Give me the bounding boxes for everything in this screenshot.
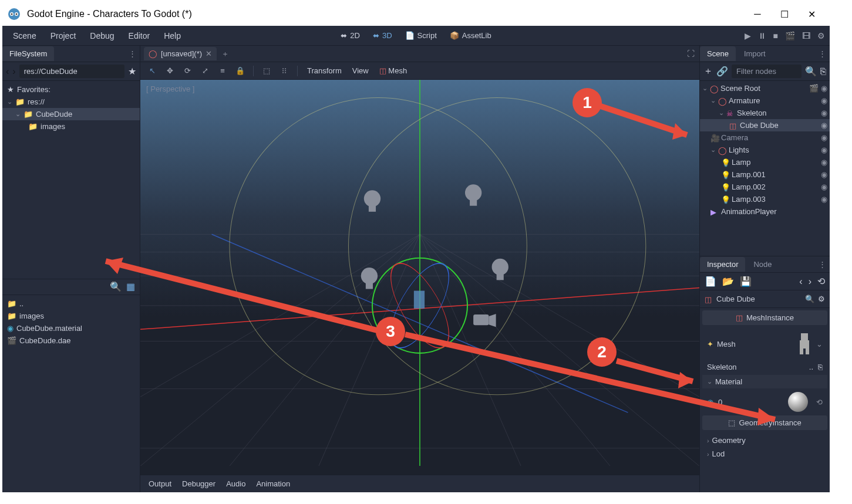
geometry-category[interactable]: ›Geometry: [702, 434, 827, 447]
visibility-icon[interactable]: ◉: [821, 182, 827, 191]
favorites-row[interactable]: ★Favorites:: [2, 83, 140, 96]
scene-dock-tab[interactable]: Scene: [700, 46, 736, 61]
visibility-icon[interactable]: ◉: [821, 121, 827, 130]
path-field[interactable]: res://CubeDude: [19, 65, 124, 78]
extra-icon[interactable]: ⎘: [820, 66, 826, 77]
play-custom-button[interactable]: 🎞: [802, 31, 810, 40]
mode-script[interactable]: 📄Script: [400, 28, 442, 43]
scene-node-lamp1[interactable]: 💡Lamp.001◉: [700, 168, 830, 181]
visibility-icon[interactable]: ◉: [821, 109, 827, 117]
maximize-button[interactable]: ☐: [771, 5, 798, 23]
close-tab-icon[interactable]: ✕: [206, 49, 212, 58]
mode-2d[interactable]: ⬌2D: [335, 28, 365, 43]
menu-scene[interactable]: Scene: [6, 28, 43, 44]
add-tab-icon[interactable]: ＋: [217, 49, 234, 59]
save-resource-icon[interactable]: 💾: [740, 276, 752, 287]
select-tool-icon[interactable]: ↖: [145, 64, 159, 78]
menu-editor[interactable]: Editor: [122, 28, 157, 44]
close-button[interactable]: ✕: [798, 5, 825, 23]
svg-line-44: [599, 106, 687, 135]
minimize-button[interactable]: ─: [744, 5, 771, 23]
dropdown-icon[interactable]: ⌄: [816, 340, 823, 349]
scene-node-camera[interactable]: 🎥Camera◉: [700, 131, 830, 144]
visibility-icon[interactable]: ◉: [821, 170, 827, 179]
search-icon[interactable]: 🔍: [805, 295, 814, 303]
tree-root[interactable]: ⌄📁res://: [2, 96, 140, 108]
menu-debug[interactable]: Debug: [83, 28, 121, 44]
settings-icon[interactable]: ⚙: [817, 31, 825, 40]
view-menu[interactable]: View: [349, 66, 372, 75]
play-button[interactable]: ▶: [745, 31, 751, 40]
add-node-icon[interactable]: ＋: [703, 65, 713, 77]
new-resource-icon[interactable]: 📄: [705, 276, 716, 287]
visibility-icon[interactable]: ◉: [821, 133, 827, 142]
menu-bar: Scene Project Debug Editor Help ⬌2D ⬌3D …: [2, 26, 830, 46]
reset-icon[interactable]: ⟲: [816, 398, 823, 407]
search-icon[interactable]: 🔍: [805, 66, 817, 77]
history-fwd-icon[interactable]: ›: [809, 276, 811, 287]
scene-node-skeleton[interactable]: ⌄☠Skeleton◉: [700, 107, 830, 119]
lod-category[interactable]: ›Lod: [702, 447, 827, 461]
nav-fwd-icon[interactable]: ›: [12, 66, 15, 77]
scene-icon[interactable]: 🎬: [809, 84, 819, 93]
visibility-icon[interactable]: ◉: [821, 158, 827, 167]
inspector-tab[interactable]: Inspector: [700, 257, 745, 272]
mode-3d[interactable]: ⬌3D: [368, 28, 398, 43]
svg-point-29: [364, 190, 380, 207]
menu-project[interactable]: Project: [43, 28, 83, 44]
scene-tab-unsaved[interactable]: ◯ [unsaved](*) ✕: [144, 47, 217, 60]
move-tool-icon[interactable]: ✥: [163, 64, 177, 78]
scene-node-armature[interactable]: ⌄◯Armature◉: [700, 94, 830, 107]
tree-folder-cubedude[interactable]: ⌄📁CubeDude: [2, 108, 140, 120]
assign-icon[interactable]: ⎘: [818, 363, 823, 371]
rotate-tool-icon[interactable]: ⟳: [180, 64, 194, 78]
list-tool-icon[interactable]: ≡: [215, 64, 230, 78]
scene-node-lights[interactable]: ⌄◯Lights◉: [700, 144, 830, 156]
folder-icon: 📁: [28, 122, 38, 131]
tools-icon[interactable]: ⚙: [818, 295, 825, 303]
scene-node-animplayer[interactable]: ▶AnimationPlayer: [700, 205, 830, 218]
history-icon[interactable]: ⟲: [817, 276, 825, 287]
import-dock-tab[interactable]: Import: [737, 46, 773, 61]
scene-node-lamp3[interactable]: 💡Lamp.003◉: [700, 193, 830, 205]
link-icon[interactable]: 🔗: [716, 66, 728, 77]
nav-back-icon[interactable]: ‹: [6, 66, 9, 77]
debugger-tab[interactable]: Debugger: [182, 479, 215, 488]
cube-tool-icon[interactable]: ⬚: [260, 64, 274, 78]
visibility-icon[interactable]: ◉: [821, 96, 827, 105]
visibility-icon[interactable]: ◉: [821, 84, 827, 93]
stop-button[interactable]: ■: [773, 31, 778, 40]
mode-assetlib[interactable]: 📦AssetLib: [444, 28, 497, 43]
filesystem-tab[interactable]: FileSystem: [2, 46, 54, 61]
transform-menu[interactable]: Transform: [304, 66, 345, 75]
dock-menu-icon[interactable]: ⋮: [129, 49, 136, 58]
svg-rect-42: [800, 349, 803, 354]
mesh-menu[interactable]: ◫ Mesh: [376, 66, 410, 75]
inspector-class-header[interactable]: ◫MeshInstance: [702, 310, 827, 325]
node-tab[interactable]: Node: [746, 257, 779, 272]
mesh-preview-icon[interactable]: [796, 332, 813, 356]
play-scene-button[interactable]: 🎬: [785, 31, 795, 40]
menu-help[interactable]: Help: [157, 28, 188, 44]
snap-tool-icon[interactable]: ⁝⁝: [277, 64, 291, 78]
dock-menu-icon[interactable]: ⋮: [819, 260, 826, 269]
scene-node-lamp2[interactable]: 💡Lamp.002◉: [700, 181, 830, 193]
history-back-icon[interactable]: ‹: [799, 276, 802, 287]
favorite-icon[interactable]: ★: [128, 66, 136, 77]
distraction-free-icon[interactable]: ⛶: [687, 49, 695, 58]
lock-tool-icon[interactable]: 🔒: [233, 64, 247, 78]
visibility-icon[interactable]: ◉: [821, 195, 827, 204]
animation-tab[interactable]: Animation: [256, 479, 290, 488]
scale-tool-icon[interactable]: ⤢: [198, 64, 212, 78]
scene-node-root[interactable]: ⌄◯Scene Root🎬◉: [700, 82, 830, 94]
output-tab[interactable]: Output: [149, 479, 171, 488]
audio-tab[interactable]: Audio: [226, 479, 245, 488]
tree-folder-images[interactable]: 📁images: [2, 120, 140, 133]
filter-nodes-input[interactable]: Filter nodes: [732, 65, 802, 78]
dock-menu-icon[interactable]: ⋮: [819, 49, 826, 58]
scene-node-mesh[interactable]: ◫Cube Dube◉: [700, 119, 830, 131]
visibility-icon[interactable]: ◉: [821, 146, 827, 154]
scene-node-lamp[interactable]: 💡Lamp◉: [700, 156, 830, 168]
pause-button[interactable]: ⏸: [758, 31, 766, 40]
open-resource-icon[interactable]: 📂: [722, 276, 734, 287]
